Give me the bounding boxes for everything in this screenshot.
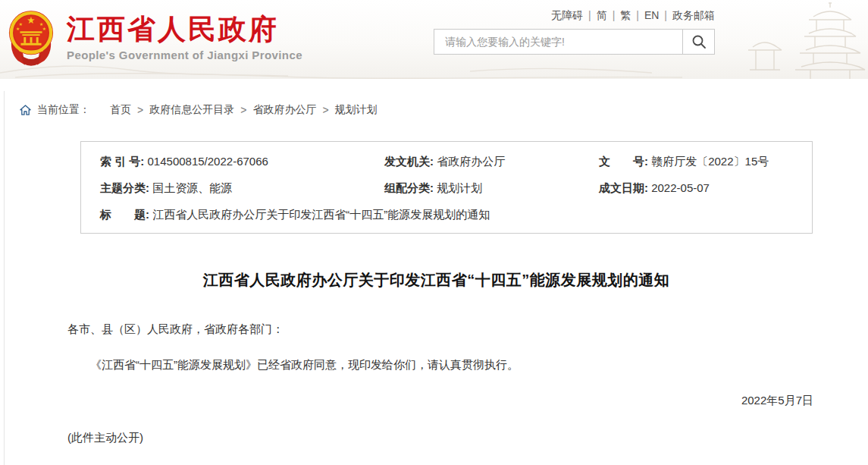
document-sign-date: 2022年5月7日 <box>5 394 813 408</box>
utility-separator: | <box>631 9 644 21</box>
breadcrumb-item-general-office[interactable]: 省政府办公厅 <box>252 103 316 117</box>
site-header: ★ ★ ★ ★ ★ 江西省人民政府 People's Government of… <box>0 0 868 79</box>
meta-label-group: 组配分类: <box>384 181 434 194</box>
search-icon <box>691 34 707 49</box>
svg-text:★: ★ <box>42 27 46 31</box>
breadcrumb-item-info-directory[interactable]: 政府信息公开目录 <box>149 103 234 117</box>
document-paragraph: 《江西省“十四五”能源发展规划》已经省政府同意，现印发给你们，请认真贯彻执行。 <box>67 356 811 374</box>
meta-cell-docnum: 文 号: 赣府厅发〔2022〕15号 <box>599 153 804 170</box>
breadcrumb-item-home[interactable]: 首页 <box>110 103 131 117</box>
link-traditional-chinese[interactable]: 繁 <box>620 9 631 21</box>
meta-cell-title: 标 题: 江西省人民政府办公厅关于印发江西省“十四五”能源发展规划的通知 <box>100 206 804 223</box>
meta-value-docnum: 赣府厅发〔2022〕15号 <box>651 155 769 168</box>
meta-cell-group: 组配分类: 规划计划 <box>384 180 599 196</box>
meta-label-topic: 主题分类: <box>100 181 149 194</box>
meta-cell-date: 成文日期: 2022-05-07 <box>599 180 804 196</box>
meta-label-date: 成文日期: <box>599 181 648 194</box>
meta-row: 索 引 号: 014500815/2022-67066 发文机关: 省政府办公厅… <box>100 153 804 170</box>
meta-cell-issuer: 发文机关: 省政府办公厅 <box>384 153 599 170</box>
search-input[interactable] <box>434 30 682 54</box>
search-bar <box>434 29 715 55</box>
document-disclosure-note: (此件主动公开) <box>67 431 868 445</box>
meta-cell-topic: 主题分类: 国土资源、能源 <box>100 180 384 196</box>
link-gov-mailbox[interactable]: 政务邮箱 <box>672 9 715 21</box>
site-title: 江西省人民政府 <box>67 14 302 46</box>
search-button[interactable] <box>682 30 714 54</box>
meta-value-date: 2022-05-07 <box>651 181 710 194</box>
document-salutation: 各市、县（区）人民政府，省政府各部门： <box>67 322 811 337</box>
meta-cell-index: 索 引 号: 014500815/2022-67066 <box>100 153 384 170</box>
meta-label-docnum: 文 号: <box>599 155 648 168</box>
link-simplified-chinese[interactable]: 简 <box>597 9 607 21</box>
utility-separator: | <box>607 9 621 21</box>
page: ★ ★ ★ ★ ★ 江西省人民政府 People's Government of… <box>0 0 868 465</box>
svg-text:★: ★ <box>16 27 20 31</box>
site-subtitle: People's Government of Jiangxi Province <box>67 49 302 61</box>
meta-value-group: 规划计划 <box>437 181 482 194</box>
meta-value-index: 014500815/2022-67066 <box>148 155 268 168</box>
meta-value-issuer: 省政府办公厅 <box>437 155 505 168</box>
meta-row: 主题分类: 国土资源、能源 组配分类: 规划计划 成文日期: 2022-05-0… <box>100 180 804 196</box>
document-title: 江西省人民政府办公厅关于印发江西省“十四五”能源发展规划的通知 <box>5 270 868 291</box>
content-panel: 当前位置： 首页 > 政府信息公开目录 > 省政府办公厅 > 规划计划 索 引 … <box>4 91 868 465</box>
site-logo[interactable]: ★ ★ ★ ★ ★ 江西省人民政府 People's Government of… <box>8 9 302 67</box>
breadcrumb-item-planning[interactable]: 规划计划 <box>335 103 378 117</box>
link-english[interactable]: EN <box>644 9 659 21</box>
home-icon <box>20 105 31 116</box>
link-accessibility[interactable]: 无障碍 <box>551 9 583 21</box>
pavilion-watermark-illustration <box>716 0 868 79</box>
utility-separator: | <box>583 9 597 21</box>
meta-label-title: 标 题: <box>100 208 149 221</box>
utility-separator: | <box>659 9 672 21</box>
meta-row: 标 题: 江西省人民政府办公厅关于印发江西省“十四五”能源发展规划的通知 <box>100 206 804 223</box>
meta-value-topic: 国土资源、能源 <box>152 181 232 194</box>
site-title-block: 江西省人民政府 People's Government of Jiangxi P… <box>67 14 302 61</box>
svg-text:★: ★ <box>27 15 35 26</box>
meta-label-issuer: 发文机关: <box>384 155 434 168</box>
meta-label-index: 索 引 号: <box>100 155 144 168</box>
breadcrumb-location-label: 当前位置： <box>37 103 90 117</box>
national-emblem-icon: ★ ★ ★ ★ ★ <box>8 9 55 67</box>
breadcrumb-separator: > <box>316 104 334 116</box>
breadcrumb: 当前位置： 首页 > 政府信息公开目录 > 省政府办公厅 > 规划计划 <box>5 91 868 117</box>
svg-text:★: ★ <box>39 22 43 27</box>
breadcrumb-separator: > <box>234 104 252 116</box>
document-meta-table: 索 引 号: 014500815/2022-67066 发文机关: 省政府办公厅… <box>80 141 813 234</box>
utility-nav: 无障碍|简|繁|EN|政务邮箱 <box>551 9 715 23</box>
meta-value-title: 江西省人民政府办公厅关于印发江西省“十四五”能源发展规划的通知 <box>152 208 490 221</box>
svg-text:★: ★ <box>19 22 23 27</box>
breadcrumb-separator: > <box>131 104 149 116</box>
